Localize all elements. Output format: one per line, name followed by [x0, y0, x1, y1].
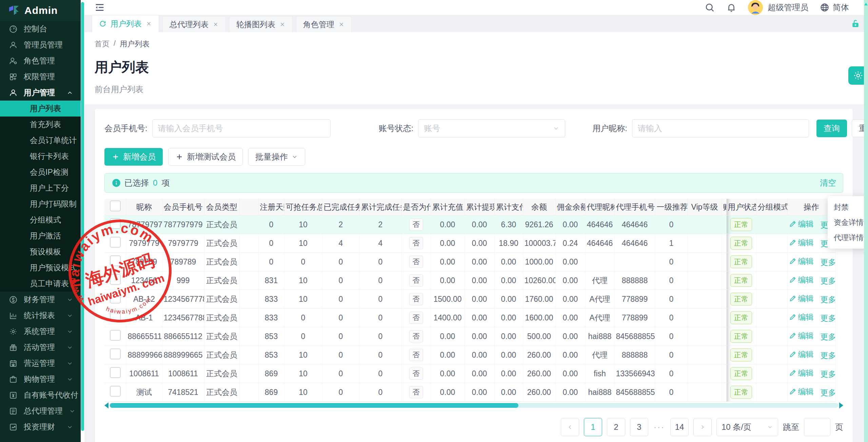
edit-row-link[interactable]: 编辑: [789, 256, 814, 267]
sidebar-item[interactable]: 营运管理: [0, 355, 81, 371]
lock-layout-icon[interactable]: [850, 19, 861, 29]
row-checkbox[interactable]: [110, 274, 121, 285]
more-actions-link[interactable]: 更多: [821, 257, 836, 268]
search-icon[interactable]: [705, 2, 715, 13]
dropdown-item[interactable]: 封禁: [828, 199, 868, 215]
edit-row-link[interactable]: 编辑: [789, 275, 814, 285]
breadcrumb-home[interactable]: 首页: [95, 39, 110, 49]
sidebar-item[interactable]: 活动管理: [0, 339, 81, 355]
sidebar-item[interactable]: 系统管理: [0, 323, 81, 339]
sidebar-subitem[interactable]: 用户激活: [0, 228, 81, 244]
sidebar-item[interactable]: 管理员管理: [0, 37, 81, 53]
scroll-left-arrow-icon[interactable]: [104, 402, 108, 408]
cell-value: 787797979: [128, 220, 162, 229]
sidebar-subitem[interactable]: 员工申请表: [0, 276, 81, 292]
edit-row-link[interactable]: 编辑: [789, 312, 814, 322]
tab-2[interactable]: 总代理列表: [162, 16, 226, 32]
user-menu[interactable]: 超级管理员: [748, 0, 808, 15]
tab-3[interactable]: 轮播图列表: [229, 16, 293, 32]
row-checkbox[interactable]: [110, 218, 121, 229]
dropdown-item[interactable]: 代理详情: [828, 230, 868, 245]
phone-filter-input[interactable]: 请输入会员手机号: [152, 119, 331, 138]
close-icon[interactable]: [213, 21, 219, 27]
sidebar-item[interactable]: 自有账号代收付: [0, 387, 81, 403]
more-actions-link[interactable]: 更多: [821, 313, 836, 323]
row-checkbox[interactable]: [110, 386, 121, 397]
pagination-ellipsis[interactable]: ···: [654, 418, 665, 436]
sidebar-subitem[interactable]: 首充列表: [0, 117, 81, 132]
sidebar-item[interactable]: 用户管理: [0, 85, 81, 101]
sidebar-item[interactable]: 总代理管理: [0, 403, 81, 419]
row-checkbox[interactable]: [110, 349, 121, 359]
page-scrollbar[interactable]: [864, 0, 868, 442]
more-actions-link[interactable]: 更多: [821, 276, 836, 286]
close-icon[interactable]: [279, 21, 285, 27]
more-actions-link[interactable]: 更多: [821, 387, 836, 398]
sidebar-item[interactable]: 财务管理: [0, 292, 81, 308]
sidebar-item[interactable]: 购物管理: [0, 371, 81, 387]
next-page-button[interactable]: [693, 418, 712, 436]
more-actions-link[interactable]: 更多: [821, 332, 836, 342]
edit-row-link[interactable]: 编辑: [789, 293, 814, 304]
edit-row-link[interactable]: 编辑: [789, 349, 814, 360]
row-checkbox[interactable]: [110, 311, 121, 322]
row-checkbox[interactable]: [110, 237, 121, 248]
close-icon[interactable]: [338, 21, 344, 27]
sidebar-scrollbar[interactable]: [81, 0, 84, 442]
select-all-checkbox[interactable]: [110, 201, 121, 211]
sidebar-subitem[interactable]: 银行卡列表: [0, 148, 81, 164]
row-checkbox[interactable]: [110, 330, 121, 341]
sidebar-item[interactable]: 权限管理: [0, 69, 81, 85]
add-member-button[interactable]: 新增会员: [104, 148, 163, 166]
search-button[interactable]: 查询: [816, 120, 847, 137]
collapse-sidebar-icon[interactable]: [94, 2, 105, 13]
page-button-2[interactable]: 2: [607, 418, 625, 436]
sidebar-item[interactable]: 角色管理: [0, 53, 81, 69]
row-checkbox[interactable]: [110, 255, 121, 266]
nickname-filter-input[interactable]: 请输入: [632, 119, 809, 138]
row-checkbox[interactable]: [110, 367, 121, 378]
page-size-select[interactable]: 10 条/页: [716, 418, 778, 436]
notification-bell-icon[interactable]: [726, 2, 736, 13]
page-button-3[interactable]: 3: [630, 418, 648, 436]
sidebar-item[interactable]: 投资理财: [0, 419, 81, 435]
edit-row-link[interactable]: 编辑: [789, 237, 814, 248]
horizontal-scrollbar[interactable]: [104, 402, 843, 408]
dropdown-item[interactable]: 资金详情: [828, 215, 868, 230]
tab-4[interactable]: 角色管理: [296, 16, 352, 32]
tab-1[interactable]: 用户列表: [92, 15, 159, 32]
horizontal-scroll-track[interactable]: [109, 403, 839, 408]
page-button-14[interactable]: 14: [670, 418, 689, 436]
sidebar-subitem[interactable]: 用户预设模式: [0, 260, 81, 276]
sidebar-scrollbar-thumb[interactable]: [81, 2, 84, 431]
more-actions-link[interactable]: 更多: [821, 369, 836, 379]
edit-row-link[interactable]: 编辑: [789, 368, 814, 378]
horizontal-scroll-thumb[interactable]: [110, 403, 518, 408]
sidebar-subitem[interactable]: 用户上下分: [0, 180, 81, 196]
language-switch[interactable]: 简体: [820, 2, 849, 13]
edit-row-link[interactable]: 编辑: [789, 386, 814, 397]
close-icon[interactable]: [146, 21, 152, 27]
sidebar-subitem[interactable]: 会员订单统计: [0, 132, 81, 148]
batch-operations-button[interactable]: 批量操作: [248, 148, 305, 166]
sidebar-item[interactable]: 统计报表: [0, 308, 81, 323]
sidebar-subitem[interactable]: 用户打码限制: [0, 196, 81, 212]
edit-row-link[interactable]: 编辑: [789, 219, 814, 229]
jump-page-input[interactable]: [804, 418, 830, 436]
scroll-right-arrow-icon[interactable]: [839, 402, 843, 408]
status-filter-select[interactable]: 账号: [418, 119, 565, 138]
sidebar-subitem[interactable]: 预设模板: [0, 244, 81, 260]
page-button-1[interactable]: 1: [584, 418, 602, 436]
more-actions-link[interactable]: 更多: [821, 350, 836, 361]
sidebar-item[interactable]: 控制台: [0, 21, 81, 37]
clear-selection-link[interactable]: 清空: [820, 177, 836, 188]
edit-row-link[interactable]: 编辑: [789, 331, 814, 341]
add-test-member-button[interactable]: 新增测试会员: [168, 148, 243, 166]
sidebar-subitem[interactable]: 用户列表: [0, 101, 81, 117]
sidebar-subitem[interactable]: 会员IP检测: [0, 164, 81, 180]
prev-page-button[interactable]: [561, 418, 579, 436]
row-checkbox[interactable]: [110, 293, 121, 303]
sidebar-subitem[interactable]: 分组模式: [0, 212, 81, 228]
more-actions-link[interactable]: 更多: [821, 294, 836, 305]
logo[interactable]: Admin: [0, 0, 81, 21]
